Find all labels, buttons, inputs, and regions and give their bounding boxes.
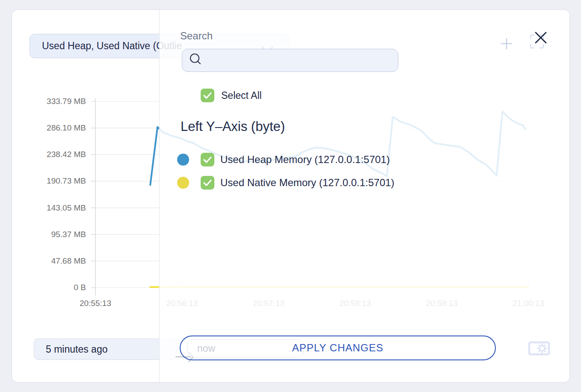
select-all-label: Select All bbox=[221, 90, 262, 101]
series-label: Used Native Memory (127.0.0.1:5701) bbox=[220, 177, 394, 189]
search-input[interactable] bbox=[182, 49, 398, 72]
series-checkbox-used-native[interactable] bbox=[201, 176, 214, 190]
select-all-row: Select All bbox=[201, 89, 262, 102]
search-icon bbox=[188, 52, 203, 68]
time-range-from-value: 5 minutes ago bbox=[46, 344, 107, 355]
axis-section-title: Left Y–Axis (byte) bbox=[181, 119, 285, 134]
add-chart-button[interactable] bbox=[500, 37, 513, 50]
series-row-used-heap: Used Heap Memory (127.0.0.1:5701) bbox=[177, 153, 390, 166]
close-icon bbox=[534, 39, 548, 46]
close-modal-button[interactable] bbox=[534, 31, 548, 45]
plus-icon bbox=[500, 45, 513, 51]
search-label: Search bbox=[180, 30, 213, 42]
series-checkbox-used-heap[interactable] bbox=[201, 153, 214, 166]
series-row-used-native: Used Native Memory (127.0.0.1:5701) bbox=[177, 176, 394, 190]
series-label: Used Heap Memory (127.0.0.1:5701) bbox=[220, 154, 390, 166]
select-all-checkbox[interactable] bbox=[201, 89, 214, 102]
apply-changes-button[interactable]: APPLY CHANGES bbox=[180, 336, 496, 360]
series-color-dot-blue bbox=[177, 154, 189, 166]
apply-changes-label: APPLY CHANGES bbox=[292, 342, 384, 354]
chart-settings-button[interactable] bbox=[528, 341, 550, 356]
series-color-dot-yellow bbox=[177, 177, 189, 189]
gear-icon bbox=[528, 350, 550, 357]
x-tick-label: 20:55:13 bbox=[65, 299, 125, 308]
metrics-widget-card: Used Heap, Used Native (Outlie 333.79 MB… bbox=[12, 9, 570, 383]
